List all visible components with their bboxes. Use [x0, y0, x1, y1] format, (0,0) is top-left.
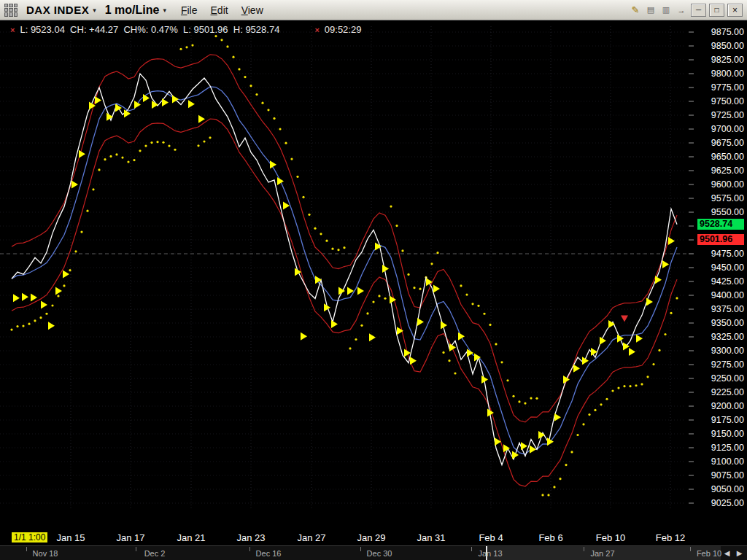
buy-signal-triangle	[71, 181, 78, 189]
minimize-button[interactable]	[691, 4, 706, 17]
date-axis[interactable]: 1/1 1:00 Jan 15Jan 17Jan 21Jan 23Jan 27J…	[0, 529, 747, 545]
app-window: DAX INDEX 1 mo/Line File Edit View L: 95…	[0, 0, 747, 560]
buy-signal-triangle	[48, 322, 55, 330]
scrollbar-tick	[584, 547, 584, 551]
price-axis-label: 9050.00	[711, 484, 744, 494]
scrollbar-date-label: Dec 30	[367, 549, 392, 558]
period-selector[interactable]: 1 mo/Line	[105, 4, 166, 17]
menubar: File Edit View	[175, 3, 269, 18]
price-chart-plot[interactable]	[0, 20, 747, 529]
buy-signal-triangle	[162, 98, 169, 106]
annotate-icon[interactable]	[629, 4, 642, 16]
price-axis-label: 9425.00	[711, 276, 744, 287]
chevron-down-icon	[93, 7, 96, 14]
price-axis-label: 9725.00	[711, 110, 744, 120]
price-axis-label: 9650.00	[711, 152, 744, 162]
price-axis-label: 9175.00	[711, 415, 744, 425]
red-x-icon[interactable]	[10, 26, 15, 34]
price-axis-label: 9275.00	[711, 359, 744, 370]
price-axis-label: 9775.00	[711, 82, 744, 93]
buy-signal-triangle	[357, 287, 364, 295]
price-axis-label: 9625.00	[711, 166, 744, 176]
price-axis-label: 9400.00	[711, 290, 744, 300]
price-axis-label: 9675.00	[711, 138, 744, 148]
buy-signal-triangle	[417, 318, 424, 326]
period-label: 1 mo/Line	[105, 4, 160, 17]
menu-edit[interactable]: Edit	[205, 3, 234, 18]
buy-signal-triangle	[188, 100, 195, 108]
titlebar: DAX INDEX 1 mo/Line File Edit View	[0, 0, 747, 20]
date-axis-label: Jan 23	[236, 532, 265, 543]
buy-signal-triangle	[13, 294, 20, 302]
price-axis-label: 9100.00	[711, 456, 744, 467]
buy-signal-triangle	[426, 278, 433, 286]
scrollbar-tick	[690, 547, 691, 551]
price-axis-label: 9825.00	[711, 55, 744, 65]
price-axis[interactable]: 9875.009850.009825.009800.009775.009750.…	[697, 20, 747, 529]
titlebar-tools	[629, 4, 743, 17]
scroll-right-icon[interactable]	[734, 548, 745, 559]
scrollbar-date-label: Jan 13	[478, 549, 502, 558]
price-axis-label: 9550.00	[711, 207, 744, 217]
scrollbar-date-label: Nov 18	[33, 549, 58, 558]
buy-signal-triangle	[22, 293, 28, 301]
date-axis-label: Feb 12	[656, 532, 685, 543]
scrollbar-date-label: Feb 10	[697, 549, 721, 558]
price-axis-label: 9475.00	[711, 249, 744, 259]
buy-signal-triangle	[404, 349, 411, 357]
menu-view[interactable]: View	[236, 3, 269, 18]
app-grid-icon[interactable]	[4, 4, 18, 17]
price-axis-label: 9875.00	[711, 27, 744, 37]
symbol-label: DAX INDEX	[26, 4, 89, 16]
price-axis-label: 9800.00	[711, 69, 744, 79]
buy-signal-triangle	[521, 442, 527, 450]
quote-summary: L: 9523.04 CH: +44.27 CH%: 0.47% L: 9501…	[20, 24, 279, 35]
buy-signal-triangle	[646, 298, 653, 306]
interval-badge: 1/1 1:00	[12, 532, 47, 542]
chevron-down-icon	[163, 7, 166, 14]
buy-signal-triangle	[433, 284, 440, 292]
forward-icon[interactable]	[675, 4, 688, 16]
maximize-button[interactable]	[709, 4, 724, 17]
buy-signal-triangle	[107, 113, 113, 121]
price-axis-label: 9025.00	[711, 498, 744, 508]
red-x-icon[interactable]	[314, 26, 319, 34]
price-axis-label: 9600.00	[711, 179, 744, 190]
layout-alt-icon[interactable]	[659, 4, 673, 16]
price-axis-label: 9850.00	[711, 41, 744, 51]
date-axis-label: Jan 31	[417, 532, 445, 543]
date-axis-label: Jan 15	[56, 532, 85, 543]
price-axis-label: 9450.00	[711, 262, 744, 273]
price-axis-label: 9250.00	[711, 373, 744, 384]
layout-icon[interactable]	[644, 4, 657, 16]
price-axis-label: 9375.00	[711, 304, 744, 314]
date-axis-label: Jan 29	[357, 532, 385, 543]
buy-signal-triangle	[324, 303, 330, 311]
price-axis-label: 9575.00	[711, 193, 744, 203]
symbol-selector[interactable]: DAX INDEX	[26, 4, 96, 16]
date-axis-label: Jan 27	[297, 532, 325, 543]
price-axis-label: 9200.00	[711, 401, 744, 411]
scrollbar-tick	[471, 547, 472, 551]
last-price-highlight: 9501.96	[697, 234, 744, 245]
timeline-scrollbar[interactable]: Nov 18Dec 2Dec 16Dec 30Jan 13Jan 27Feb 1…	[0, 545, 747, 560]
buy-signal-triangle	[538, 431, 545, 439]
date-axis-label: Jan 21	[177, 532, 205, 543]
menu-file[interactable]: File	[175, 3, 204, 18]
date-axis-label: Feb 4	[479, 532, 503, 543]
buy-signal-triangle	[668, 237, 675, 245]
buy-signal-triangle	[31, 294, 37, 302]
buy-signal-triangle	[458, 332, 465, 341]
buy-signal-triangle	[134, 101, 141, 109]
scroll-left-icon[interactable]	[721, 548, 732, 559]
buy-signal-triangle	[608, 320, 615, 328]
scrollbar-date-label: Dec 2	[144, 549, 166, 558]
date-axis-label: Feb 10	[596, 532, 625, 543]
buy-signal-triangle	[198, 115, 205, 123]
close-button[interactable]	[727, 4, 743, 17]
price-axis-label: 9325.00	[711, 332, 744, 342]
buy-signal-triangle	[283, 201, 290, 209]
scrollbar-tick	[136, 547, 136, 551]
scrollbar-tick	[26, 547, 27, 551]
buy-signal-triangle	[41, 300, 47, 308]
